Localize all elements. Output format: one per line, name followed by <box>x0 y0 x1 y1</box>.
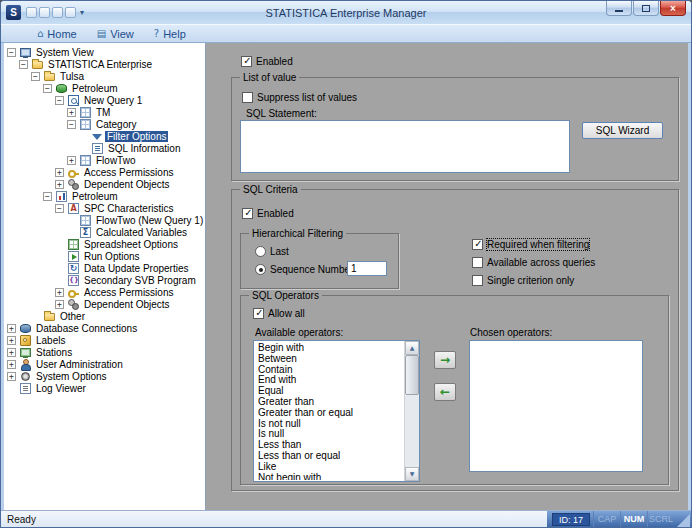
tree-item-stations[interactable]: +Stations <box>4 346 205 358</box>
expand-icon[interactable]: + <box>7 324 16 333</box>
tree-item-spc-characteristics[interactable]: −SPC Characteristics <box>4 202 205 214</box>
allow-all-checkbox[interactable]: Allow all <box>253 307 305 320</box>
scroll-up-icon[interactable] <box>405 341 419 355</box>
tree-item-new-query-1[interactable]: −New Query 1 <box>4 94 205 106</box>
qat-icon-3[interactable] <box>52 7 63 18</box>
collapse-icon[interactable]: − <box>31 72 40 81</box>
tree-item-dependent-objects[interactable]: +Dependent Objects <box>4 178 205 190</box>
tab-home[interactable]: ⌂Home <box>27 24 87 43</box>
operator-option-greater-than[interactable]: Greater than <box>255 396 404 407</box>
resize-grip[interactable] <box>677 514 690 527</box>
available-across-queries-checkbox[interactable]: Available across queries <box>472 256 595 269</box>
expand-icon[interactable]: + <box>7 360 16 369</box>
operator-option-is-not-null[interactable]: Is not null <box>255 418 404 429</box>
collapse-icon[interactable]: − <box>67 120 76 129</box>
expand-icon[interactable]: + <box>67 108 76 117</box>
collapse-icon[interactable]: − <box>7 48 16 57</box>
tree-item-calculated-variables[interactable]: Calculated Variables <box>4 226 205 238</box>
collapse-icon[interactable]: − <box>19 60 28 69</box>
operator-option-less-than[interactable]: Less than <box>255 439 404 450</box>
tree-item-petroleum[interactable]: −Petroleum <box>4 82 205 94</box>
tree-item-tulsa[interactable]: −Tulsa <box>4 70 205 82</box>
maximize-button[interactable] <box>633 1 659 16</box>
expand-icon[interactable]: + <box>67 156 76 165</box>
required-when-filtering-checkbox[interactable]: Required when filtering <box>472 238 595 251</box>
tree-item-access-permissions[interactable]: +Access Permissions <box>4 286 205 298</box>
radio-label: Last <box>270 246 289 257</box>
chosen-operators-list[interactable] <box>469 340 643 472</box>
collapse-icon[interactable]: − <box>43 192 52 201</box>
expand-icon[interactable]: + <box>55 180 64 189</box>
operator-option-greater-than-or-equal[interactable]: Greater than or equal <box>255 407 404 418</box>
tree-item-petroleum[interactable]: −Petroleum <box>4 190 205 202</box>
checkbox-icon <box>241 56 252 67</box>
tree-item-flowtwo[interactable]: +FlowTwo <box>4 154 205 166</box>
scroll-down-icon[interactable] <box>405 467 419 481</box>
sql-wizard-button[interactable]: SQL Wizard <box>582 122 663 139</box>
sql-operators-group: SQL Operators Allow all Available operat… <box>240 295 669 485</box>
tree-item-other[interactable]: Other <box>4 310 205 322</box>
tree-item-tm[interactable]: +TM <box>4 106 205 118</box>
expand-icon[interactable]: + <box>55 168 64 177</box>
operator-option-less-than-or-equal[interactable]: Less than or equal <box>255 450 404 461</box>
tree-item-system-view[interactable]: −System View <box>4 46 205 58</box>
suppress-list-of-values-checkbox[interactable]: Suppress list of values <box>242 91 357 104</box>
expand-icon[interactable]: + <box>7 348 16 357</box>
operator-option-is-null[interactable]: Is null <box>255 428 404 439</box>
app-logo-icon[interactable]: S <box>6 5 21 20</box>
operator-option-contain[interactable]: Contain <box>255 364 404 375</box>
collapse-icon[interactable]: − <box>43 84 52 93</box>
tab-help[interactable]: ?Help <box>144 24 196 43</box>
qat-icon-1[interactable] <box>26 7 37 18</box>
move-right-button[interactable] <box>434 351 456 369</box>
tree-item-filter-options[interactable]: Filter Options <box>4 130 205 142</box>
move-left-button[interactable] <box>434 383 456 401</box>
operator-option-between[interactable]: Between <box>255 353 404 364</box>
tree-item-database-connections[interactable]: +Database Connections <box>4 322 205 334</box>
sql-statement-input[interactable] <box>240 120 570 173</box>
expand-icon[interactable]: + <box>7 336 16 345</box>
expand-icon[interactable]: + <box>7 372 16 381</box>
scrollbar-thumb[interactable] <box>405 355 419 395</box>
last-radio[interactable]: Last <box>255 245 289 258</box>
expand-icon[interactable]: + <box>55 300 64 309</box>
available-operators-list[interactable]: Begin withBetweenContainEnd withEqualGre… <box>253 340 420 482</box>
sequence-number-radio[interactable]: Sequence Number <box>255 263 353 276</box>
tree-item-log-viewer[interactable]: Log Viewer <box>4 382 205 394</box>
operator-option-equal[interactable]: Equal <box>255 385 404 396</box>
operator-option-begin-with[interactable]: Begin with <box>255 342 404 353</box>
qat-icon-2[interactable] <box>39 7 50 18</box>
enabled-checkbox[interactable]: Enabled <box>241 55 293 68</box>
tree-item-spreadsheet-options[interactable]: Spreadsheet Options <box>4 238 205 250</box>
tree-item-category[interactable]: −Category <box>4 118 205 130</box>
tree-item-run-options[interactable]: Run Options <box>4 250 205 262</box>
tree-item-flowtwo-new-query-1[interactable]: FlowTwo (New Query 1) <box>4 214 205 226</box>
sequence-number-input[interactable] <box>347 261 387 276</box>
operator-option-not-begin-with[interactable]: Not begin with <box>255 472 404 480</box>
tree-item-access-permissions[interactable]: +Access Permissions <box>4 166 205 178</box>
tab-view[interactable]: ▤View <box>87 24 144 43</box>
tree-item-labels[interactable]: +Labels <box>4 334 205 346</box>
sql-criteria-enabled-checkbox[interactable]: Enabled <box>242 207 294 220</box>
checkbox-icon <box>242 208 253 219</box>
qat-menu-arrow-icon[interactable]: ▾ <box>78 8 86 17</box>
tree-item-data-update-properties[interactable]: Data Update Properties <box>4 262 205 274</box>
tree-item-statistica-enterprise[interactable]: −STATISTICA Enterprise <box>4 58 205 70</box>
tree-item-system-options[interactable]: +System Options <box>4 370 205 382</box>
tree-item-dependent-objects[interactable]: +Dependent Objects <box>4 298 205 310</box>
tree-item-label: Spreadsheet Options <box>82 239 180 250</box>
tree-item-label: Petroleum <box>70 191 120 202</box>
scrollbar[interactable] <box>404 341 419 481</box>
operator-option-like[interactable]: Like <box>255 461 404 472</box>
collapse-icon[interactable]: − <box>55 96 64 105</box>
close-button[interactable]: × <box>660 1 686 16</box>
qat-icon-4[interactable] <box>65 7 76 18</box>
minimize-button[interactable] <box>606 1 632 16</box>
tree-item-sql-information[interactable]: SQL Information <box>4 142 205 154</box>
single-criterion-only-checkbox[interactable]: Single criterion only <box>472 274 595 287</box>
collapse-icon[interactable]: − <box>55 204 64 213</box>
tree-item-user-administration[interactable]: +User Administration <box>4 358 205 370</box>
tree-item-secondary-svb-program[interactable]: Secondary SVB Program <box>4 274 205 286</box>
operator-option-end-with[interactable]: End with <box>255 374 404 385</box>
expand-icon[interactable]: + <box>55 288 64 297</box>
